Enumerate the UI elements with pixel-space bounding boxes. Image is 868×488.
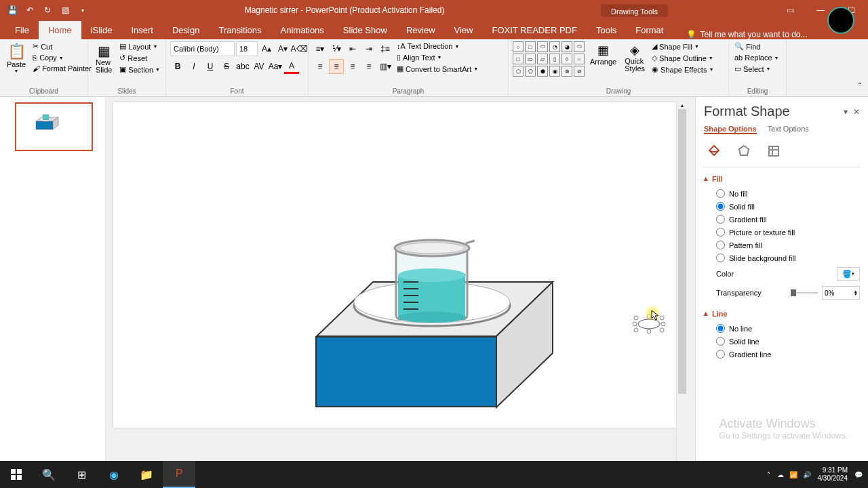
tab-transitions[interactable]: Transitions [209,21,271,39]
fill-color-button[interactable]: 🪣▾ [837,267,860,281]
wifi-tray-icon[interactable]: 📶 [789,471,797,479]
new-slide-button[interactable]: ▦ New Slide [92,41,115,75]
gradient-line-radio[interactable]: Gradient line [716,348,860,361]
layout-button[interactable]: ▤Layout▼ [118,41,161,52]
tab-file[interactable]: File [5,21,39,39]
replace-button[interactable]: abReplace▼ [733,53,781,62]
tab-insert[interactable]: Insert [121,21,163,39]
pane-close-icon[interactable]: ✕ [853,107,860,117]
task-view-button[interactable]: ⊞ [65,461,98,488]
reset-button[interactable]: ↺Reset [118,53,161,63]
transparency-slider[interactable] [791,292,818,293]
increase-font-icon[interactable]: A▴ [259,41,274,56]
italic-button[interactable]: I [186,59,201,74]
quick-styles-button[interactable]: ◈Quick Styles [622,41,648,74]
decrease-font-icon[interactable]: A▾ [275,41,290,56]
shapes-gallery[interactable]: ○□⬭◔◕⬭ □▭▱▯◊○ ⬡⬠⬢◉⊗⊘ [513,41,585,77]
fill-line-icon[interactable] [704,141,724,161]
select-button[interactable]: ▭Select▼ [733,64,781,74]
font-size-combo[interactable] [236,41,258,56]
justify-button[interactable]: ≡ [361,59,376,74]
tab-view[interactable]: View [445,21,483,39]
columns-button[interactable]: ▥▾ [378,59,393,74]
tab-foxit[interactable]: FOXIT READER PDF [482,21,586,39]
font-color-button[interactable]: A [284,59,299,74]
convert-smartart-button[interactable]: ▦Convert to SmartArt▼ [395,64,479,74]
tab-islide[interactable]: iSlide [81,21,122,39]
tab-slideshow[interactable]: Slide Show [334,21,397,39]
solid-fill-radio[interactable]: Solid fill [716,200,860,213]
slide-canvas[interactable] [113,102,676,428]
cut-button[interactable]: ✂Cut [31,41,93,52]
save-icon[interactable]: 💾 [7,5,18,16]
increase-indent-button[interactable]: ⇥ [361,41,376,56]
pane-dropdown-icon[interactable]: ▾ [844,107,848,117]
ribbon-display-icon[interactable]: ▭ [776,1,804,20]
edge-button[interactable]: ◉ [98,461,130,488]
no-line-radio[interactable]: No line [716,322,860,335]
copy-button[interactable]: ⎘Copy▼ [31,53,93,62]
text-options-tab[interactable]: Text Options [768,125,809,134]
bold-button[interactable]: B [170,59,185,74]
tab-home[interactable]: Home [39,21,81,39]
undo-icon[interactable]: ↶ [24,5,35,16]
powerpoint-taskbar-button[interactable]: P [163,461,195,488]
tab-tools[interactable]: Tools [587,21,626,39]
align-left-button[interactable]: ≡ [313,59,328,74]
paste-button[interactable]: 📋 Paste ▼ [4,41,28,75]
collapse-ribbon-icon[interactable]: ⌃ [857,81,863,89]
effects-icon[interactable] [734,141,754,161]
font-name-combo[interactable] [170,41,235,56]
slide-thumbnail-1[interactable] [15,102,93,151]
notifications-button[interactable]: 💬 [854,471,863,479]
align-text-button[interactable]: ▯Align Text▼ [395,52,479,62]
redo-icon[interactable]: ↻ [42,5,53,16]
arrange-button[interactable]: ▦Arrange [587,41,619,67]
tab-review[interactable]: Review [397,21,445,39]
pattern-fill-radio[interactable]: Pattern fill [716,239,860,251]
volume-tray-icon[interactable]: 🔊 [803,471,811,479]
onedrive-tray-icon[interactable]: ☁ [777,471,784,479]
align-center-button[interactable]: ≡ [329,59,344,74]
solid-line-radio[interactable]: Solid line [716,335,860,348]
shape-fill-button[interactable]: ◢Shape Fill▼ [650,41,715,52]
no-fill-radio[interactable]: No fill [716,187,860,200]
strikethrough-button[interactable]: S [219,59,234,74]
size-properties-icon[interactable] [764,141,784,161]
tab-design[interactable]: Design [163,21,209,39]
start-from-beginning-icon[interactable]: ▧ [60,5,71,16]
shadow-button[interactable]: abc [235,59,250,74]
char-spacing-button[interactable]: AV [252,59,267,74]
underline-button[interactable]: U [203,59,218,74]
tray-expand-icon[interactable]: ˄ [767,471,770,479]
decrease-indent-button[interactable]: ⇤ [345,41,360,56]
numbering-button[interactable]: ⅟▾ [329,41,344,56]
search-button[interactable]: 🔍 [33,461,65,488]
qat-dropdown-icon[interactable]: ▾ [77,5,88,16]
shape-options-tab[interactable]: Shape Options [704,125,757,134]
clear-formatting-icon[interactable]: A⌫ [292,41,307,56]
shape-outline-button[interactable]: ◇Shape Outline▼ [650,53,715,63]
start-button[interactable] [0,461,33,488]
change-case-button[interactable]: Aa▾ [268,59,283,74]
line-section-header[interactable]: ▴Line [704,309,860,318]
transparency-spinner[interactable]: 0%▴▾ [822,286,860,300]
text-direction-button[interactable]: ↕AText Direction▼ [395,41,479,51]
tab-animations[interactable]: Animations [271,21,334,39]
slide-bg-fill-radio[interactable]: Slide background fill [716,251,860,264]
file-explorer-button[interactable]: 📁 [130,461,163,488]
shape-effects-button[interactable]: ◉Shape Effects▼ [650,64,715,75]
system-clock[interactable]: 9:31 PM 4/30/2024 [818,466,848,483]
find-button[interactable]: 🔍Find [733,41,781,52]
format-painter-button[interactable]: 🖌Format Painter [31,64,93,73]
picture-fill-radio[interactable]: Picture or texture fill [716,226,860,239]
align-right-button[interactable]: ≡ [345,59,360,74]
section-button[interactable]: ▣Section▼ [118,64,161,75]
vertical-scrollbar[interactable]: ▴ [676,102,688,463]
tell-me-search[interactable]: 💡Tell me what you want to do... [673,30,807,39]
bullets-button[interactable]: ≡▾ [313,41,328,56]
tab-format[interactable]: Format [626,21,673,39]
line-spacing-button[interactable]: ‡≡ [378,41,393,56]
gradient-fill-radio[interactable]: Gradient fill [716,213,860,226]
fill-section-header[interactable]: ▴Fill [704,174,860,183]
